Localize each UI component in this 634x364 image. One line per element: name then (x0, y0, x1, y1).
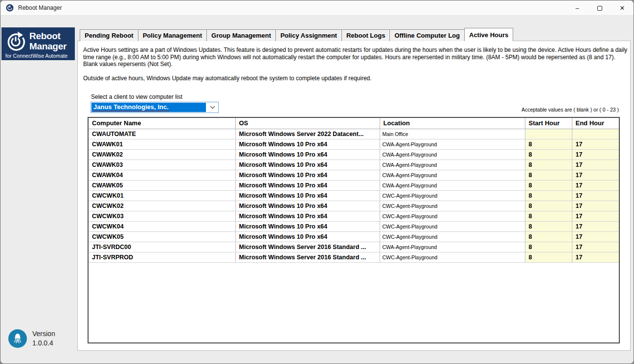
start-hour-cell[interactable]: 8 (525, 170, 572, 180)
end-hour-cell[interactable]: 17 (572, 221, 619, 231)
maximize-button[interactable] (589, 0, 611, 16)
app-logo: Reboot Manager for ConnectWise Automate (1, 27, 75, 60)
location-cell: CWA-Agent-Playground (380, 180, 525, 190)
end-hour-cell[interactable]: 17 (572, 201, 619, 211)
start-hour-cell[interactable] (525, 129, 572, 139)
computer-name-cell: CWAWK01 (89, 139, 235, 149)
location-cell: CWC-Agent-Playground (380, 221, 525, 231)
tab-policy-assignment[interactable]: Policy Assignment (275, 29, 342, 41)
title-bar: Reboot Manager (0, 0, 634, 16)
table-row: CWCWK01Microsoft Windows 10 Pro x64CWC-A… (89, 190, 619, 201)
tab-offline-computer-log[interactable]: Offline Computer Log (389, 29, 465, 41)
computer-name-cell: CWCWK05 (89, 231, 235, 242)
tab-reboot-logs[interactable]: Reboot Logs (341, 29, 390, 41)
end-hour-cell[interactable]: 17 (572, 252, 619, 262)
column-header-location[interactable]: Location (380, 118, 525, 129)
tab-strip: Pending RebootPolicy ManagementGroup Man… (80, 28, 513, 41)
app-icon (6, 4, 14, 12)
tab-policy-management[interactable]: Policy Management (138, 29, 207, 41)
end-hour-cell[interactable]: 17 (572, 242, 619, 252)
os-cell: Microsoft Windows 10 Pro x64 (235, 180, 380, 190)
chevron-down-icon[interactable] (206, 102, 218, 113)
end-hour-cell[interactable]: 17 (572, 159, 619, 170)
location-cell: CWA-Agent-Playground (380, 242, 525, 252)
os-cell: Microsoft Windows 10 Pro x64 (235, 170, 380, 180)
computer-name-cell: CWAWK05 (89, 180, 235, 190)
active-hours-note: Outside of active hours, Windows Update … (83, 75, 629, 82)
start-hour-cell[interactable]: 8 (525, 221, 572, 231)
end-hour-cell[interactable] (572, 129, 619, 139)
minimize-button[interactable]: – (566, 0, 589, 16)
computer-name-cell: CWAWK03 (89, 159, 235, 170)
client-dropdown-selection: Janus Technologies, Inc. (91, 103, 206, 112)
version-value: 1.0.0.4 (32, 339, 55, 348)
table-row: JTI-SVRDC00Microsoft Windows Server 2016… (89, 242, 619, 252)
start-hour-cell[interactable]: 8 (525, 190, 572, 201)
table-row: CWAWK05Microsoft Windows 10 Pro x64CWA-A… (89, 180, 619, 190)
os-cell: Microsoft Windows Server 2016 Standard .… (235, 252, 380, 262)
end-hour-cell[interactable]: 17 (572, 231, 619, 242)
location-cell: Main Office (380, 129, 525, 139)
version-label: Version (32, 329, 55, 339)
computer-name-cell: JTI-SVRPROD (89, 252, 235, 262)
tab-pending-reboot[interactable]: Pending Reboot (80, 29, 138, 41)
start-hour-cell[interactable]: 8 (525, 231, 572, 242)
column-header-os[interactable]: OS (235, 118, 380, 129)
os-cell: Microsoft Windows 10 Pro x64 (235, 221, 380, 231)
end-hour-cell[interactable]: 17 (572, 211, 619, 221)
computer-name-cell: CWAWK02 (89, 149, 235, 159)
start-hour-cell[interactable]: 8 (525, 211, 572, 221)
tab-active-hours[interactable]: Active Hours (464, 28, 513, 41)
table-row: CWCWK03Microsoft Windows 10 Pro x64CWC-A… (89, 211, 619, 221)
computer-name-cell: CWCWK04 (89, 221, 235, 231)
location-cell: CWA-Agent-Playground (380, 170, 525, 180)
computer-name-cell: CWAWK04 (89, 170, 235, 180)
end-hour-cell[interactable]: 17 (572, 180, 619, 190)
logo-subtitle: for ConnectWise Automate (1, 52, 75, 59)
active-hours-panel: Active Hours settings are a part of Wind… (77, 41, 631, 351)
table-row: CWAWK03Microsoft Windows 10 Pro x64CWA-A… (89, 159, 619, 170)
close-button[interactable]: ✕ (611, 0, 634, 16)
column-header-end-hour[interactable]: End Hour (572, 118, 619, 129)
client-dropdown[interactable]: Janus Technologies, Inc. (91, 102, 219, 113)
os-cell: Microsoft Windows 10 Pro x64 (235, 149, 380, 159)
start-hour-cell[interactable]: 8 (525, 201, 572, 211)
os-cell: Microsoft Windows 10 Pro x64 (235, 139, 380, 149)
window-title: Reboot Manager (18, 4, 62, 11)
location-cell: CWA-Agent-Playground (380, 139, 525, 149)
start-hour-cell[interactable]: 8 (525, 159, 572, 170)
os-cell: Microsoft Windows 10 Pro x64 (235, 231, 380, 242)
location-cell: CWC-Agent-Playground (380, 211, 525, 221)
column-header-start-hour[interactable]: Start Hour (525, 118, 572, 129)
tab-group-management[interactable]: Group Management (206, 29, 276, 41)
reboot-power-icon (5, 31, 26, 52)
table-row: CWAWK01Microsoft Windows 10 Pro x64CWA-A… (89, 139, 619, 149)
end-hour-cell[interactable]: 17 (572, 139, 619, 149)
computer-name-cell: CWAUTOMATE (89, 129, 235, 139)
end-hour-cell[interactable]: 17 (572, 170, 619, 180)
logo-title: Reboot Manager (29, 31, 67, 51)
end-hour-cell[interactable]: 17 (572, 190, 619, 201)
computer-table: Computer NameOSLocationStart HourEnd Hou… (88, 117, 620, 343)
start-hour-cell[interactable]: 8 (525, 139, 572, 149)
version-text: Version 1.0.0.4 (32, 329, 55, 348)
table-row: JTI-SVRPRODMicrosoft Windows Server 2016… (89, 252, 619, 262)
acceptable-values-note: Acceptable values are ( blank ) or ( 0 -… (521, 107, 619, 113)
client-select-label: Select a client to view computer list (91, 93, 182, 100)
window-controls: – ✕ (566, 0, 634, 16)
os-cell: Microsoft Windows 10 Pro x64 (235, 159, 380, 170)
os-cell: Microsoft Windows Server 2016 Standard .… (235, 242, 380, 252)
column-header-computer-name[interactable]: Computer Name (89, 118, 235, 129)
location-cell: CWA-Agent-Playground (380, 149, 525, 159)
start-hour-cell[interactable]: 8 (525, 242, 572, 252)
table-row: CWCWK04Microsoft Windows 10 Pro x64CWC-A… (89, 221, 619, 231)
end-hour-cell[interactable]: 17 (572, 149, 619, 159)
computer-name-cell: JTI-SVRDC00 (89, 242, 235, 252)
start-hour-cell[interactable]: 8 (525, 180, 572, 190)
squid-logo-icon (8, 329, 27, 348)
table-row: CWCWK02Microsoft Windows 10 Pro x64CWC-A… (89, 201, 619, 211)
start-hour-cell[interactable]: 8 (525, 252, 572, 262)
start-hour-cell[interactable]: 8 (525, 149, 572, 159)
location-cell: CWC-Agent-Playground (380, 190, 525, 201)
location-cell: CWC-Agent-Playground (380, 231, 525, 242)
